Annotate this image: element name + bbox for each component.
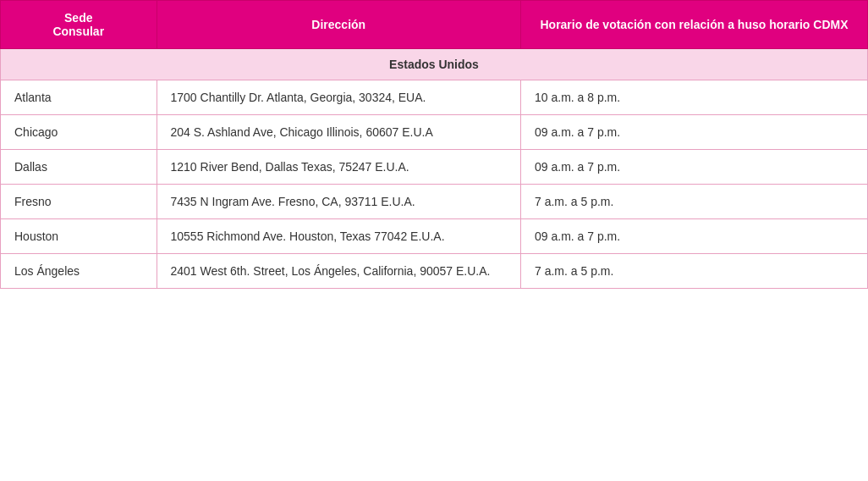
table-row: Chicago204 S. Ashland Ave, Chicago Illin… xyxy=(1,115,868,150)
cell-horario: 09 a.m. a 7 p.m. xyxy=(521,150,868,185)
cell-direccion: 10555 Richmond Ave. Houston, Texas 77042… xyxy=(157,219,521,254)
cell-sede: Fresno xyxy=(1,185,157,219)
cell-sede: Los Ángeles xyxy=(1,254,157,289)
cell-sede: Chicago xyxy=(1,115,157,150)
table-row: Los Ángeles2401 West 6th. Street, Los Án… xyxy=(1,254,868,289)
cell-direccion: 1210 River Bend, Dallas Texas, 75247 E.U… xyxy=(157,150,521,185)
cell-horario: 7 a.m. a 5 p.m. xyxy=(521,254,868,289)
cell-direccion: 7435 N Ingram Ave. Fresno, CA, 93711 E.U… xyxy=(157,185,521,219)
cell-horario: 09 a.m. a 7 p.m. xyxy=(521,115,868,150)
cell-direccion: 1700 Chantilly Dr. Atlanta, Georgia, 303… xyxy=(157,80,521,115)
cell-sede: Atlanta xyxy=(1,80,157,115)
section-us-label: Estados Unidos xyxy=(1,49,868,80)
header-sede: SedeConsular xyxy=(1,1,157,49)
cell-direccion: 2401 West 6th. Street, Los Ángeles, Cali… xyxy=(157,254,521,289)
header-horario: Horario de votación con relación a huso … xyxy=(521,1,868,49)
cell-sede: Dallas xyxy=(1,150,157,185)
header-direccion: Dirección xyxy=(157,1,521,49)
cell-sede: Houston xyxy=(1,219,157,254)
section-us-header: Estados Unidos xyxy=(1,49,868,80)
consular-table: SedeConsular Dirección Horario de votaci… xyxy=(0,0,868,289)
table-row: Houston10555 Richmond Ave. Houston, Texa… xyxy=(1,219,868,254)
table-row: Fresno7435 N Ingram Ave. Fresno, CA, 937… xyxy=(1,185,868,219)
cell-direccion: 204 S. Ashland Ave, Chicago Illinois, 60… xyxy=(157,115,521,150)
table-row: Dallas1210 River Bend, Dallas Texas, 752… xyxy=(1,150,868,185)
cell-horario: 7 a.m. a 5 p.m. xyxy=(521,185,868,219)
cell-horario: 10 a.m. a 8 p.m. xyxy=(521,80,868,115)
table-row: Atlanta1700 Chantilly Dr. Atlanta, Georg… xyxy=(1,80,868,115)
cell-horario: 09 a.m. a 7 p.m. xyxy=(521,219,868,254)
